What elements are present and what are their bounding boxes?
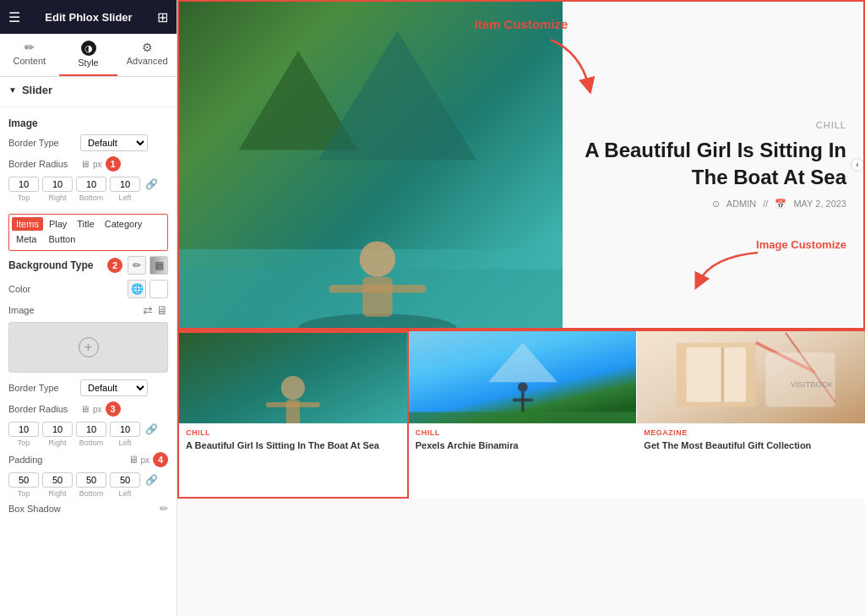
thumb-item-3[interactable]: VISITBOOK MEGAZINE Get The Most Beautifu…	[637, 331, 865, 499]
tabs-row: ✏ Content ◑ Style ⚙ Advanced	[0, 34, 177, 77]
padding-left-label: Left	[110, 489, 140, 498]
image-field-label: Image	[8, 305, 143, 315]
thumb-img-2	[409, 331, 637, 423]
radius-right-input[interactable]	[42, 177, 73, 192]
padding-top-label: Top	[8, 489, 39, 498]
bg-type-label: Background Type	[8, 259, 107, 271]
left-label: Left	[110, 194, 140, 202]
tab-play[interactable]: Play	[45, 217, 71, 231]
svg-point-6	[360, 241, 395, 276]
tab-button[interactable]: Button	[44, 232, 79, 248]
thumb-title-1: A Beautiful Girl Is Sitting In The Boat …	[186, 439, 400, 451]
grid-icon[interactable]: ⊞	[157, 9, 168, 25]
pencil-icon-btn[interactable]: ✏	[128, 256, 146, 275]
link-icon3[interactable]: 🔗	[145, 474, 158, 486]
bottom2-label: Bottom	[76, 439, 106, 447]
padding-row: Padding 🖥 px 4	[8, 452, 168, 467]
slider-category: CHILL	[571, 120, 846, 130]
radius2-left-input[interactable]	[110, 422, 140, 437]
padding-bottom-label: Bottom	[76, 489, 106, 498]
radius2-top-input[interactable]	[8, 422, 39, 437]
slider-meta: ⊙ ADMIN // 📅 MAY 2, 2023	[571, 199, 846, 210]
svg-rect-18	[409, 412, 637, 422]
padding-right-label: Right	[42, 489, 73, 498]
svg-rect-22	[721, 347, 725, 401]
thumb-item-2[interactable]: CHILL Pexels Archie Binamira	[409, 331, 638, 499]
hamburger-icon[interactable]: ☰	[8, 9, 20, 25]
thumb-title-3: Get The Most Beautiful Gift Collection	[644, 439, 858, 451]
color-icons: 🌐	[128, 280, 168, 298]
tab-meta[interactable]: Meta	[12, 232, 41, 248]
radius-top-input[interactable]	[8, 177, 39, 192]
slider-header[interactable]: ▼ Slider	[0, 77, 177, 103]
items-tabs: Items Play Title Category Meta Button	[8, 214, 168, 251]
border-type-label: Border Type	[8, 138, 80, 148]
color-swatch[interactable]	[150, 280, 168, 298]
bg-icons: ✏ ▦	[128, 256, 168, 275]
radius2-labels: Top Right Bottom Left	[8, 439, 168, 447]
radius-inputs: 🔗	[8, 177, 168, 192]
thumb-item-1[interactable]: CHILL A Beautiful Girl Is Sitting In The…	[177, 331, 409, 499]
tab-category[interactable]: Category	[101, 217, 147, 231]
radius-labels: Top Right Bottom Left	[8, 194, 168, 202]
items-section: Items Play Title Category Meta Button Ba…	[0, 214, 177, 525]
left-panel: ☰ Edit Phlox Slider ⊞ ✏ Content ◑ Style …	[0, 0, 177, 616]
style-icon: ◑	[81, 41, 96, 56]
color-label: Color	[8, 284, 128, 294]
radius-left-input[interactable]	[110, 177, 140, 192]
thumb-category-3: MEGAZINE	[644, 428, 858, 437]
globe-icon[interactable]: 🌐	[128, 280, 146, 298]
padding-bottom-input[interactable]	[76, 472, 106, 488]
link-icon2[interactable]: 🔗	[145, 423, 158, 435]
shadow-label: Box Shadow	[8, 504, 160, 514]
meta-sep: //	[763, 199, 768, 209]
padding-top-input[interactable]	[8, 472, 39, 488]
responsive-icon: ⇄	[143, 303, 153, 317]
thumb-info-3: MEGAZINE Get The Most Beautiful Gift Col…	[637, 423, 865, 499]
shadow-edit-icon[interactable]: ✏	[160, 503, 168, 515]
radius2-bottom-input[interactable]	[76, 422, 106, 437]
thumb-img-3: VISITBOOK	[637, 331, 865, 423]
svg-point-10	[281, 376, 305, 400]
link-icon[interactable]: 🔗	[145, 178, 158, 190]
padding-left-input[interactable]	[110, 472, 140, 488]
right-panel: CHILL A Beautiful Girl Is Sitting In The…	[177, 0, 865, 616]
top-bar: ☰ Edit Phlox Slider ⊞	[0, 0, 177, 34]
radius-bottom-input[interactable]	[76, 177, 106, 192]
badge-4: 4	[153, 452, 168, 467]
radius2-right-input[interactable]	[42, 422, 73, 437]
gradient-icon-btn[interactable]: ▦	[150, 256, 168, 275]
padding-label: Padding	[8, 455, 128, 465]
padding-labels: Top Right Bottom Left	[8, 489, 168, 498]
color-row: Color 🌐	[8, 280, 168, 298]
tab-title[interactable]: Title	[73, 217, 98, 231]
badge-3: 3	[106, 401, 121, 417]
image-section-label: Image	[8, 117, 168, 129]
border-type2-select[interactable]: Default	[80, 379, 148, 396]
main-slider: CHILL A Beautiful Girl Is Sitting In The…	[177, 0, 865, 330]
border-type-row: Border Type Default	[8, 134, 168, 151]
border-type-select[interactable]: Default	[80, 134, 148, 151]
image-section: Image Border Type Default Border Radius …	[0, 111, 177, 214]
monitor-icon3: 🖥	[80, 404, 90, 414]
collapse-button[interactable]: ‹	[851, 158, 864, 172]
thumb-category-1: CHILL	[186, 428, 400, 437]
date-label: MAY 2, 2023	[793, 199, 846, 209]
tab-content[interactable]: ✏ Content	[0, 34, 59, 76]
image-upload-area[interactable]: +	[8, 322, 168, 373]
admin-icon: ⊙	[712, 199, 720, 210]
shadow-row: Box Shadow ✏	[8, 503, 168, 515]
content-icon: ✏	[24, 41, 35, 54]
tab-advanced[interactable]: ⚙ Advanced	[117, 34, 177, 76]
tab-style[interactable]: ◑ Style	[59, 34, 118, 76]
padding-right-input[interactable]	[42, 472, 73, 488]
image-row: Image ⇄ 🖥	[8, 303, 168, 317]
tab-items[interactable]: Items	[12, 217, 43, 231]
bg-type-row: Background Type 2 ✏ ▦	[8, 256, 168, 275]
calendar-icon: 📅	[775, 199, 786, 210]
px-unit2: px	[93, 405, 102, 414]
admin-label: ADMIN	[726, 199, 756, 209]
border-radius-label: Border Radius	[8, 159, 80, 169]
left2-label: Left	[110, 439, 140, 447]
slider-image	[179, 2, 576, 328]
